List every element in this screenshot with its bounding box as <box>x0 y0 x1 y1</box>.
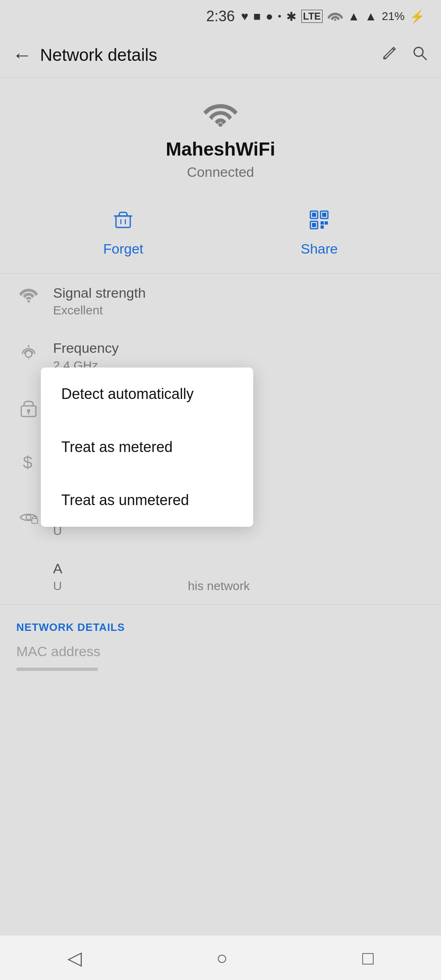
wifi-status-icon <box>327 9 343 24</box>
share-icon <box>308 209 330 236</box>
svg-line-2 <box>422 55 426 60</box>
svg-rect-13 <box>312 223 316 227</box>
signal-icon2: ▲ <box>365 9 377 23</box>
svg-point-3 <box>218 123 223 127</box>
signal-icon: ▲ <box>348 9 360 23</box>
share-label: Share <box>301 241 338 257</box>
dropdown-item-treat-as-metered[interactable]: Treat as metered <box>41 421 253 474</box>
svg-rect-26 <box>32 519 38 523</box>
svg-point-25 <box>26 515 31 520</box>
search-button[interactable] <box>411 44 429 66</box>
app-bar-actions <box>381 44 429 66</box>
svg-point-22 <box>27 409 30 412</box>
network-name: MaheshWiFi <box>166 138 275 160</box>
bluetooth-icon: ✱ <box>286 9 296 24</box>
svg-point-17 <box>27 300 30 303</box>
signal-strength-label: Signal strength <box>53 285 146 301</box>
svg-rect-14 <box>321 221 324 225</box>
network-header: MaheshWiFi Connected <box>0 78 441 192</box>
advanced-label: A <box>53 561 250 577</box>
navigation-bar: ◁ ○ □ <box>0 935 441 980</box>
svg-rect-16 <box>321 225 324 229</box>
edit-button[interactable] <box>381 44 399 66</box>
forget-icon <box>112 209 134 236</box>
action-buttons: Forget Share <box>0 192 441 273</box>
signal-strength-row: Signal strength Excellent <box>0 274 441 329</box>
svg-rect-11 <box>322 213 326 217</box>
nav-home-button[interactable]: ○ <box>216 947 228 969</box>
network-details-header: NETWORK DETAILS <box>16 621 425 634</box>
advanced-value: U his network <box>53 579 250 593</box>
heart-icon: ♥ <box>241 9 249 23</box>
charging-icon: ⚡ <box>410 9 425 24</box>
forget-button[interactable]: Forget <box>103 209 143 257</box>
share-button[interactable]: Share <box>301 209 338 257</box>
svg-point-0 <box>334 19 336 21</box>
frequency-label: Frequency <box>53 340 119 356</box>
svg-point-18 <box>25 351 32 357</box>
network-status: Connected <box>187 164 254 180</box>
svg-rect-15 <box>325 221 328 225</box>
dropdown-menu[interactable]: Detect automatically Treat as metered Tr… <box>41 368 253 527</box>
status-bar: 2:36 ♥ ■ ● • ✱ LTE ▲ ▲ 21% ⚡ <box>0 0 441 33</box>
nav-back-button[interactable]: ◁ <box>67 947 82 969</box>
dropdown-item-treat-as-unmetered[interactable]: Treat as unmetered <box>41 474 253 527</box>
nav-recents-button[interactable]: □ <box>362 947 374 969</box>
circle-icon: ● <box>265 9 273 23</box>
status-time: 2:36 <box>206 8 235 25</box>
advanced-row: A U his network <box>0 549 441 605</box>
metered-icon: $ <box>16 452 41 477</box>
svg-text:$: $ <box>23 453 32 472</box>
app-bar: ← Network details <box>0 33 441 78</box>
back-button[interactable]: ← <box>12 44 32 66</box>
signal-strength-value: Excellent <box>53 303 146 317</box>
advanced-content: A U his network <box>53 561 250 593</box>
status-right-icons: ♥ ■ ● • ✱ LTE ▲ ▲ 21% ⚡ <box>241 9 425 24</box>
mac-address-label: MAC address <box>16 644 425 659</box>
stop-icon: ■ <box>253 9 261 23</box>
frequency-icon <box>16 342 41 366</box>
svg-rect-9 <box>312 213 316 217</box>
privacy-icon <box>16 507 41 532</box>
network-details-section: NETWORK DETAILS MAC address <box>0 613 441 679</box>
wifi-icon-large <box>202 98 239 138</box>
dropdown-item-detect-automatically[interactable]: Detect automatically <box>41 368 253 421</box>
lte-badge: LTE <box>301 10 323 23</box>
scroll-indicator <box>16 668 98 671</box>
battery-percent: 21% <box>382 10 405 23</box>
dot-icon: • <box>278 11 281 22</box>
forget-label: Forget <box>103 241 143 257</box>
signal-strength-content: Signal strength Excellent <box>53 285 146 317</box>
security-icon <box>16 397 41 422</box>
page-title: Network details <box>40 45 381 65</box>
signal-strength-icon <box>16 287 41 307</box>
svg-rect-4 <box>116 216 130 227</box>
